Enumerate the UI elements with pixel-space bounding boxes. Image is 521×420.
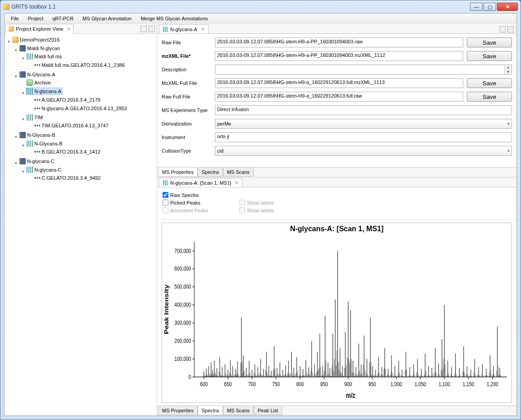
tab-close-icon[interactable]: ✕ (201, 27, 205, 32)
btab-msscans[interactable]: MS Scans (223, 406, 254, 415)
svg-text:1,050: 1,050 (414, 381, 426, 388)
tab-msscans[interactable]: MS Scans (223, 168, 254, 177)
menubar: File Project qRT-PCR MS Glycan Annotatio… (5, 14, 516, 23)
btab-peaklist[interactable]: Peak List (254, 406, 282, 415)
exptype-field[interactable]: Direct Infusion (215, 105, 512, 115)
tab-msproperties[interactable]: MS Properties (158, 168, 198, 177)
svg-text:1,150: 1,150 (463, 381, 474, 388)
view-max-icon[interactable] (149, 26, 155, 32)
explorer-tab[interactable]: Project Explorer View ✕ (5, 24, 74, 34)
tree-item[interactable]: TIM.GELATO.2016.4.13_3747 (42, 123, 108, 128)
spectrum-chart[interactable]: N-glycans-A: [Scan 1, MS1] 0100,000200,0… (162, 223, 512, 403)
titlebar[interactable]: GRITS toolbox 1.1 — ▢ ✕ (0, 0, 521, 13)
svg-text:m/z: m/z (346, 391, 355, 399)
tree-item[interactable]: Maldi full ms.GELATO.2016.4.1_2386 (42, 62, 125, 68)
tree-item[interactable]: N-Glycans-B (27, 132, 55, 138)
ms-icon (163, 27, 168, 32)
chart-title: N-glycans-A: [Scan 1, MS1] (162, 225, 512, 233)
explorer-close-icon[interactable]: ✕ (67, 27, 70, 32)
mzfull-field[interactable]: 2016.03.03-09.12.07.0858\HG-stem-H9-a_16… (215, 78, 463, 88)
project-icon (12, 37, 19, 43)
folder-icon (19, 158, 26, 164)
svg-text:900: 900 (344, 381, 352, 388)
ms-icon (27, 53, 33, 60)
menu-merge[interactable]: Merge MS Glycan Annotations (136, 14, 213, 23)
menu-file[interactable]: File (6, 14, 23, 23)
rawfile-save-button[interactable]: Save (467, 37, 512, 47)
instr-label: Instrument (162, 135, 211, 140)
editor-max-icon[interactable] (507, 26, 514, 33)
mzxml-field[interactable]: 2016.03.03-09.12.07.0858\HG-stem-H9-a-PP… (215, 51, 463, 61)
menu-qrtpcr[interactable]: qRT-PCR (48, 14, 78, 23)
spectra-close-icon[interactable]: ✕ (235, 180, 238, 185)
project-tree[interactable]: DemoProject2016 Maldi N-glycan Maldi ful… (5, 34, 157, 415)
tree-item[interactable]: N-glycans-C (27, 159, 55, 164)
svg-text:Peak Intensity: Peak Intensity (163, 285, 170, 334)
tree-item[interactable]: N-Glycans-B (34, 141, 62, 146)
tree-item-selected[interactable]: N-glycans-A (34, 89, 61, 94)
rawfile-label: Raw File (162, 40, 211, 45)
archive-icon (27, 79, 33, 86)
minimize-button[interactable]: — (470, 3, 483, 11)
explorer-icon (9, 26, 14, 32)
svg-text:500,000: 500,000 (174, 283, 191, 290)
editor-min-icon[interactable] (499, 26, 506, 33)
instrument-field[interactable]: orbi jr (215, 132, 512, 142)
picked-peaks-checkbox[interactable]: Picked Peaks (163, 200, 221, 205)
tree-root[interactable]: DemoProject2016 (20, 37, 60, 42)
collisiontype-select[interactable]: cid (215, 146, 512, 156)
window-title: GRITS toolbox 1.1 (9, 4, 469, 10)
ms-icon (27, 167, 33, 173)
btab-msproperties[interactable]: MS Properties (158, 406, 198, 415)
tree-item[interactable]: N-Glycans-A (27, 72, 55, 77)
editor-tab-nglycansa[interactable]: N-glycans-A ✕ (159, 24, 209, 33)
svg-text:1,100: 1,100 (439, 381, 451, 388)
btab-spectra[interactable]: Spectra (198, 406, 223, 415)
tree-item[interactable]: Maldi N-glycan (27, 46, 60, 51)
mzfull-save-button[interactable]: Save (467, 78, 512, 88)
folder-icon (19, 71, 26, 78)
rawfile-field[interactable]: 2016.03.03-09.12.07.0858\HG-stem-H9-a-PP… (215, 37, 463, 47)
spin-down-icon[interactable]: ▼ (505, 70, 512, 74)
svg-text:650: 650 (224, 381, 232, 388)
tree-item[interactable]: A.GELATO.2016.3.4_2179 (42, 97, 100, 103)
show-labels-checkbox-1: Show labels (239, 200, 298, 205)
folder-icon (19, 132, 26, 138)
tree-item[interactable]: C.GELATO.2016.3.4_9492 (42, 175, 101, 181)
svg-text:700: 700 (248, 381, 256, 388)
close-button[interactable]: ✕ (497, 3, 518, 11)
derivatization-select[interactable]: perMe (215, 119, 512, 129)
svg-text:700,000: 700,000 (174, 247, 191, 254)
app-window: GRITS toolbox 1.1 — ▢ ✕ File Project qRT… (0, 0, 521, 420)
svg-text:300,000: 300,000 (174, 319, 191, 327)
rawfull-label: Raw Full File (162, 94, 211, 99)
tree-item[interactable]: TIM (34, 115, 43, 120)
tab-spectra[interactable]: Spectra (198, 168, 223, 177)
tree-item[interactable]: N-glycans-C (34, 167, 62, 173)
spin-up-icon[interactable]: ▲ (505, 65, 512, 70)
rawfull-field[interactable]: 2016.03.03-09.12.07.0858\HG-stem-H9-a_16… (215, 92, 463, 102)
coll-label: CollisionType (162, 148, 211, 154)
leaf-icon (34, 62, 40, 68)
svg-text:1,200: 1,200 (487, 381, 498, 388)
rawfull-save-button[interactable]: Save (467, 92, 512, 102)
svg-text:750: 750 (272, 381, 280, 388)
app-icon (3, 4, 9, 10)
spectra-tab[interactable]: N-glycans-A: [Scan 1, MS1] ✕ (159, 178, 242, 187)
menu-msglycan[interactable]: MS Glycan Annotation (78, 14, 136, 23)
mzxml-save-button[interactable]: Save (467, 51, 512, 61)
leaf-icon (34, 149, 40, 155)
tree-item[interactable]: N-glycans-A.GELATO.2016.4.13_2953 (42, 106, 127, 111)
ms-icon (27, 114, 33, 121)
folder-icon (19, 45, 26, 51)
menu-project[interactable]: Project (23, 14, 48, 23)
view-min-icon[interactable] (140, 26, 147, 32)
tree-item[interactable]: Archive (34, 80, 51, 85)
maximize-button[interactable]: ▢ (484, 3, 496, 11)
ms-icon (163, 180, 168, 186)
description-field[interactable]: ▲▼ (215, 65, 512, 75)
tree-item[interactable]: Maldi full ms (34, 54, 62, 59)
tree-item[interactable]: B.GELATO.2016.3.4_1412 (42, 149, 100, 154)
raw-spectra-checkbox[interactable]: Raw Spectra (163, 192, 221, 198)
leaf-icon (34, 97, 40, 103)
